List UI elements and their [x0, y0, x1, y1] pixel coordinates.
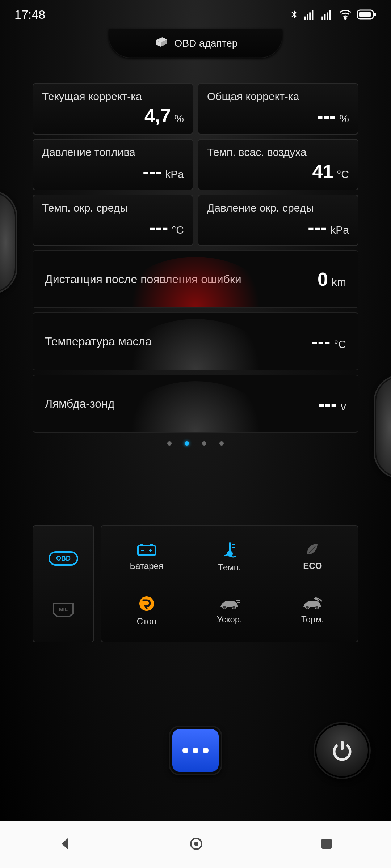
dot-icon — [193, 748, 198, 753]
card-total-correction[interactable]: Общая коррект-ка ---% — [198, 83, 358, 135]
card-ambient-pressure[interactable]: Давление окр. среды ---kPa — [198, 195, 358, 246]
card-unit: °C — [337, 168, 349, 180]
bluetooth-icon — [289, 8, 299, 21]
status-time: 17:48 — [14, 8, 45, 22]
card-unit: % — [174, 112, 184, 125]
fullcard-lambda[interactable]: Лямбда-зонд ---v — [33, 375, 358, 433]
fullcard-distance-after-error[interactable]: Дистанция после появления ошибки 0km — [33, 250, 358, 308]
card-label: Текущая коррект-ка — [42, 90, 184, 103]
svg-point-29 — [223, 605, 226, 609]
card-unit: % — [339, 112, 349, 125]
svg-rect-0 — [304, 17, 306, 20]
card-value: --- — [308, 216, 327, 238]
status-bar: 17:48 — [0, 0, 391, 29]
signal-1-icon — [304, 9, 316, 20]
page-dot-0[interactable] — [167, 441, 172, 446]
card-label: Общая коррект-ка — [207, 90, 349, 103]
battery-icon — [136, 542, 157, 558]
card-value: 41 — [312, 161, 333, 182]
card-value: --- — [317, 105, 336, 127]
stop-sign-icon — [138, 595, 155, 613]
svg-rect-3 — [312, 10, 313, 20]
card-unit: °C — [172, 224, 184, 236]
tile-label: Стоп — [136, 616, 156, 626]
glow-icon — [119, 319, 272, 370]
menu-button[interactable] — [170, 727, 221, 774]
svg-point-8 — [345, 17, 346, 19]
card-current-correction[interactable]: Текущая коррект-ка 4,7% — [33, 83, 193, 135]
car-speed-icon — [218, 597, 241, 612]
fullcard-unit: km — [332, 276, 346, 288]
svg-rect-32 — [237, 602, 240, 603]
tile-brake[interactable]: Торм. — [271, 584, 354, 638]
svg-point-33 — [306, 605, 309, 609]
svg-rect-20 — [150, 544, 153, 546]
power-button[interactable] — [315, 723, 369, 778]
fullcard-label: Лямбда-зонд — [45, 397, 114, 410]
glow-icon — [119, 381, 272, 433]
tile-label: Батарея — [130, 561, 163, 571]
left-knob[interactable] — [0, 192, 16, 293]
dot-icon — [203, 748, 209, 753]
svg-rect-7 — [329, 10, 331, 20]
right-knob[interactable] — [375, 376, 391, 477]
fullcard-value: 0 — [318, 268, 328, 290]
svg-rect-5 — [324, 14, 325, 20]
card-unit: kPa — [330, 224, 349, 236]
card-label: Давление топлива — [42, 146, 184, 158]
svg-rect-26 — [232, 544, 235, 545]
page-dot-3[interactable] — [219, 441, 224, 446]
side-panel: OBD MIL — [33, 525, 94, 642]
power-icon — [329, 738, 355, 763]
svg-rect-1 — [307, 14, 308, 20]
card-unit: kPa — [165, 168, 184, 180]
fullcard-unit: °C — [334, 338, 346, 350]
tile-label: Ускор. — [217, 614, 242, 625]
tile-accel[interactable]: Ускор. — [188, 584, 271, 638]
svg-rect-36 — [341, 741, 344, 750]
tile-battery[interactable]: Батарея — [105, 529, 188, 584]
nav-recents-button[interactable] — [320, 837, 333, 852]
tile-label: Темп. — [218, 562, 241, 573]
leaf-icon — [304, 542, 320, 558]
page-dot-1[interactable] — [185, 441, 189, 446]
tile-temp[interactable]: Темп. — [188, 529, 271, 584]
wifi-icon — [339, 9, 352, 20]
side-obd-button[interactable]: OBD — [47, 548, 80, 571]
card-ambient-temp[interactable]: Темп. окр. среды ---°C — [33, 195, 193, 246]
svg-rect-39 — [321, 839, 332, 849]
header-pill[interactable]: OBD адаптер — [109, 29, 282, 58]
fullcard-unit: v — [341, 400, 346, 413]
header-tab: OBD адаптер — [0, 29, 391, 69]
fullcard-value: --- — [318, 393, 337, 414]
svg-text:MIL: MIL — [59, 607, 68, 612]
card-value: --- — [143, 161, 161, 182]
tile-eco[interactable]: ECO — [271, 529, 354, 584]
card-label: Темп. всас. воздуха — [207, 146, 349, 158]
svg-rect-4 — [321, 17, 323, 20]
nav-back-button[interactable] — [58, 837, 72, 852]
nav-home-button[interactable] — [188, 836, 204, 853]
card-value: --- — [149, 216, 168, 238]
glow-icon — [119, 257, 272, 308]
svg-rect-2 — [309, 12, 311, 20]
tiles-panel: Батарея Темп. ECO Стоп Ускор. Торм. — [101, 525, 358, 642]
svg-rect-27 — [232, 547, 235, 548]
car-brake-icon — [301, 597, 324, 612]
svg-rect-18 — [138, 546, 155, 555]
tile-stop[interactable]: Стоп — [105, 584, 188, 638]
page-indicator[interactable] — [33, 441, 358, 446]
card-fuel-pressure[interactable]: Давление топлива ---kPa — [33, 139, 193, 190]
card-intake-air-temp[interactable]: Темп. всас. воздуха 41°C — [198, 139, 358, 190]
svg-rect-21 — [141, 550, 144, 551]
header-title: OBD адаптер — [175, 38, 238, 49]
svg-point-38 — [194, 842, 198, 846]
svg-rect-6 — [327, 12, 328, 20]
page-dot-2[interactable] — [202, 441, 206, 446]
fullcard-value: --- — [311, 331, 330, 352]
side-mil-button[interactable]: MIL — [47, 597, 80, 620]
card-label: Темп. окр. среды — [42, 202, 184, 214]
svg-rect-11 — [374, 13, 376, 16]
fullcard-oil-temp[interactable]: Температура масла ---°C — [33, 312, 358, 370]
svg-rect-10 — [359, 12, 371, 17]
